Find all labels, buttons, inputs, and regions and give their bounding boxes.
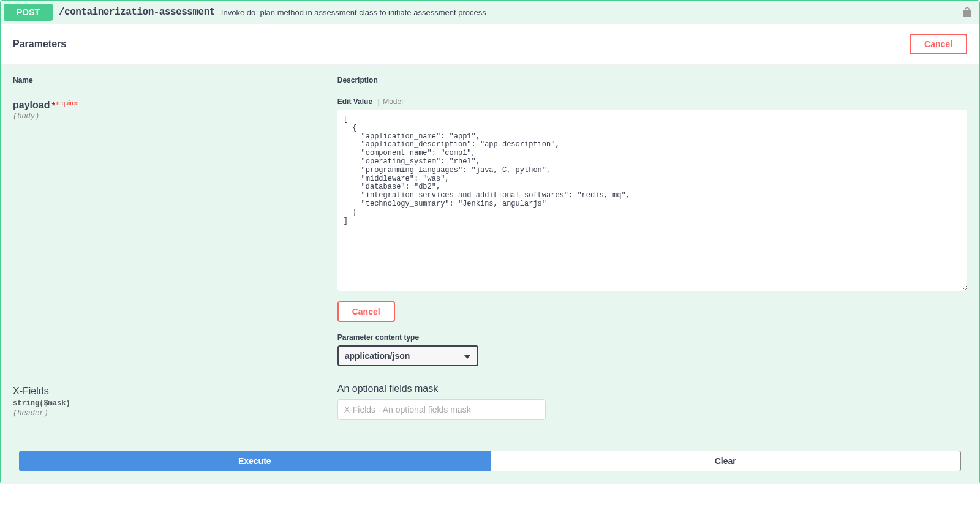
parameter-row-payload: payload*required (body) Edit Value | Mod… — [13, 91, 967, 366]
operation-path: /containerization-assessment — [59, 7, 215, 18]
parameter-row-xfields: X-Fields string($mask) (header) An optio… — [13, 383, 967, 420]
parameters-header: Parameters Cancel — [1, 24, 979, 65]
param-type-xfields: string($mask) — [13, 399, 325, 408]
param-name-payload: payload — [13, 100, 50, 110]
operation-summary[interactable]: POST /containerization-assessment Invoke… — [1, 1, 979, 24]
parameters-title: Parameters — [13, 39, 66, 50]
required-star-icon: * — [51, 100, 55, 110]
payload-body-textarea[interactable] — [337, 110, 967, 291]
column-description: Description — [337, 76, 967, 84]
param-in-xfields: (header) — [13, 409, 325, 418]
execute-button[interactable]: Execute — [19, 451, 491, 471]
required-text: required — [56, 100, 79, 107]
parameters-table-header: Name Description — [13, 65, 967, 91]
cancel-button[interactable]: Cancel — [337, 301, 395, 322]
tab-divider: | — [377, 97, 383, 106]
tab-edit-value[interactable]: Edit Value — [337, 97, 377, 106]
column-name: Name — [13, 76, 337, 84]
value-model-tabs: Edit Value | Model — [337, 97, 967, 106]
xfields-description: An optional fields mask — [337, 383, 967, 394]
try-it-cancel-button[interactable]: Cancel — [910, 34, 967, 54]
content-type-label: Parameter content type — [337, 333, 967, 342]
method-badge: POST — [4, 4, 53, 21]
action-row: Execute Clear — [13, 438, 967, 471]
param-in-payload: (body) — [13, 112, 325, 121]
clear-button[interactable]: Clear — [491, 451, 962, 471]
param-name-xfields: X-Fields — [13, 386, 325, 397]
lock-open-icon[interactable] — [961, 6, 973, 18]
operation-description: Invoke do_plan method in assessment clas… — [221, 8, 486, 17]
xfields-input[interactable] — [337, 399, 546, 420]
tab-model[interactable]: Model — [383, 97, 403, 106]
content-type-select[interactable]: application/json — [337, 345, 478, 366]
